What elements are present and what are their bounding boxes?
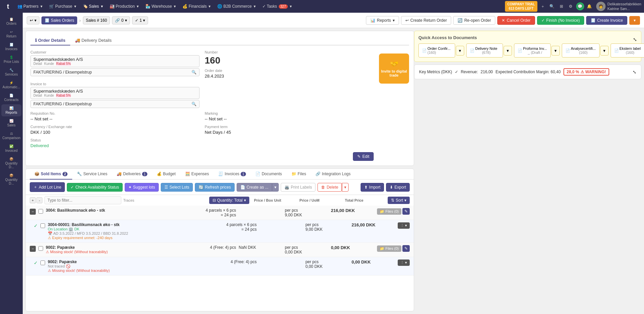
export-button[interactable]: ⬇ Export: [386, 183, 410, 192]
tab-service-lines[interactable]: 🔧 Service Lines: [72, 169, 112, 180]
row-checkbox[interactable]: [40, 223, 45, 228]
check-availability-button[interactable]: ✓ Check Availability Status: [67, 183, 123, 192]
analysecertif-button[interactable]: 📄 Analysecertifi... (160): [562, 43, 600, 58]
settings-button[interactable]: ⚙: [567, 2, 575, 10]
delivery-note-button[interactable]: 📄 Delivery Note (678): [466, 43, 503, 58]
sidebar-item-invoices[interactable]: 🧾 Invoices: [1, 41, 21, 53]
delete-button[interactable]: 🗑 Delete: [317, 183, 342, 192]
cancel-button[interactable]: ✕ Cancel Order: [497, 16, 535, 25]
tab-documents[interactable]: 📄 Documents: [251, 169, 287, 180]
create-return-button[interactable]: ↩ Create Return Order: [401, 16, 451, 25]
refresh-prices-button[interactable]: 🔄 Refresh prices: [195, 183, 234, 192]
print-icon: 🖨️: [284, 185, 289, 190]
row-checkbox[interactable]: [40, 260, 45, 265]
sidebar-item-orders[interactable]: 📋 Orders: [1, 15, 21, 27]
nav-purchase[interactable]: 🛒 Purchase ▾: [46, 3, 79, 10]
edit-button[interactable]: ✎ Edit: [353, 152, 374, 161]
sidebar-item-invoiced[interactable]: ✅ Invoiced: [1, 142, 21, 154]
tab-files[interactable]: 📁 Files: [287, 169, 311, 180]
create-as-button[interactable]: 📄 Create as ...: [237, 183, 272, 192]
quantity-dropdown[interactable]: ⊟ Quantity: Total ▾: [209, 197, 250, 204]
lot-filter-input[interactable]: [44, 196, 121, 204]
quick-access-expand[interactable]: ⤡: [633, 37, 637, 42]
customer-field[interactable]: Supermarkedskæden A/S Detail Kunde Rabat…: [30, 55, 200, 67]
proforma-invoice-button[interactable]: 📄 Proforma Inv... _ (Draft /: [514, 43, 551, 58]
files-button[interactable]: 📁 Files (0): [377, 208, 401, 215]
finish-button[interactable]: ✓ Finish (No Invoice): [537, 16, 584, 25]
invoice-to-field[interactable]: Supermarkedskæden A/S Detail Kunde Rabat…: [30, 87, 200, 99]
invoice-icon: 🧾: [591, 18, 596, 23]
proforma-dropdown[interactable]: ▾: [551, 46, 560, 56]
add-button[interactable]: ＋: [539, 2, 547, 10]
billing-field[interactable]: FAKTURERING / Eksempelstrup 🔍: [30, 68, 200, 76]
sales-orders-breadcrumb[interactable]: 🧾 Sales Orders: [41, 16, 77, 24]
tab-sold-items[interactable]: 📦 Sold Items 2: [30, 169, 72, 180]
sidebar-item-automatic[interactable]: ⚡ Automatic...: [1, 79, 21, 91]
sidebar-item-return[interactable]: ↩ Return: [1, 28, 21, 40]
tab-deliveries[interactable]: 🚚 Deliveries 1: [112, 169, 152, 180]
metrics-expand[interactable]: ⤡: [633, 70, 636, 75]
tab-integration-logs[interactable]: 🔗 Integration Logs: [311, 169, 355, 180]
more-options-button[interactable]: ⋮ ▾: [398, 222, 410, 229]
import-button[interactable]: ⬆ Import: [361, 183, 384, 192]
invite-digital-trade-button[interactable]: 🤝 Invite to digital trade: [379, 54, 409, 84]
billing2-field[interactable]: FAKTURERING / Eksempelstrup 🔍: [30, 100, 200, 108]
nav-partners[interactable]: 👥 Partners ▾: [15, 3, 45, 10]
row-edit-button[interactable]: ✎: [402, 245, 410, 252]
nav-tasks[interactable]: ✓ Tasks 327 ▾: [260, 3, 294, 10]
create-invoice-button[interactable]: 🧾 Create Invoice: [586, 16, 627, 25]
add-lot-line-button[interactable]: ＋ Add Lot Line: [30, 182, 65, 192]
tab-budget[interactable]: 💰 Budget: [152, 169, 180, 180]
sidebar-item-reports[interactable]: 📊 Reports: [1, 104, 21, 116]
notification-button[interactable]: 🔔: [586, 2, 594, 10]
reopen-button[interactable]: 🔄 Re-open Order: [453, 16, 495, 25]
expand-all-button[interactable]: +: [30, 197, 36, 203]
sidebar-item-sales[interactable]: 📈 Sales: [1, 117, 21, 129]
sort-button[interactable]: ⇅ Sort ▾: [388, 197, 410, 204]
print-labels-button[interactable]: 🖨️ Print Labels: [281, 183, 315, 192]
check-count-button[interactable]: ✓ 1 ▾: [132, 16, 148, 24]
row-checkbox[interactable]: [38, 246, 43, 251]
delete-dropdown[interactable]: ▾: [342, 183, 349, 192]
sidebar-item-contracts[interactable]: 📄 Contracts: [1, 92, 21, 104]
more-actions-button[interactable]: ▾: [629, 16, 640, 25]
nav-warehouse[interactable]: 🏪 Warehouse ▾: [143, 3, 178, 10]
tab-expenses[interactable]: 🧮 Expenses: [180, 169, 214, 180]
tab-delivery-details[interactable]: 🚚 Delivery Details: [70, 36, 116, 45]
tab-invoices[interactable]: 🧾 Invoices 1: [214, 169, 251, 180]
create-as-dropdown[interactable]: ▾: [272, 183, 279, 192]
ekstern-label-button[interactable]: 📄 Ekstern label (160): [611, 43, 644, 58]
suggest-lots-button[interactable]: ✦ Suggest lots: [125, 183, 159, 192]
collapse-all-button[interactable]: -: [36, 197, 42, 203]
link-count-button[interactable]: 🔗 0 ▾: [112, 16, 130, 24]
nav-sales[interactable]: 🏷️ Sales ▾: [80, 3, 106, 10]
row-checkbox[interactable]: [38, 209, 43, 214]
order-confirm-button[interactable]: 📄 Order Confir... (160): [418, 43, 455, 58]
chat-button[interactable]: 💬: [576, 2, 584, 10]
reports-button[interactable]: 📊 Reports ▾: [366, 16, 399, 25]
analysecertif-dropdown[interactable]: ▾: [600, 46, 609, 56]
sidebar-item-qty1[interactable]: 📦 Quantity D...: [1, 155, 21, 171]
nav-b2b[interactable]: 🌐 B2B Commerce ▾: [215, 3, 258, 10]
sidebar-item-pricelists[interactable]: 💲 Price Lists: [1, 54, 21, 66]
ekstern-label-icon: 📄: [614, 48, 619, 53]
status-group: Status Delivered: [30, 138, 374, 148]
nav-production[interactable]: 🏭 Production ▾: [107, 3, 141, 10]
select-lots-button[interactable]: ☰ Select Lots: [161, 183, 193, 192]
files-button[interactable]: 📁 Files (0): [377, 245, 401, 252]
grid-button[interactable]: ⊞: [557, 2, 565, 10]
collapse-row-button[interactable]: −: [30, 209, 36, 215]
nav-financials[interactable]: 💰 Financials ▾: [180, 3, 213, 10]
back-button[interactable]: ↩ ▾: [27, 16, 39, 24]
sidebar-item-services[interactable]: 🔧 Services: [1, 66, 21, 78]
order-confirm-dropdown[interactable]: ▾: [456, 46, 464, 56]
sidebar-item-qty2[interactable]: 📦 Quantity D...: [1, 172, 21, 187]
more-options-button[interactable]: ⋮ ▾: [398, 259, 410, 266]
tab-order-details[interactable]: ℹ Order Details: [30, 36, 70, 45]
search-button[interactable]: 🔍: [548, 2, 556, 10]
delivery-note-dropdown[interactable]: ▾: [504, 46, 512, 56]
collapse-row-button[interactable]: −: [30, 246, 36, 252]
current-order-breadcrumb[interactable]: Sales # 160: [83, 16, 110, 24]
row-edit-button[interactable]: ✎: [402, 208, 410, 215]
sidebar-item-comparison[interactable]: ⚖ Comparison: [1, 130, 21, 142]
